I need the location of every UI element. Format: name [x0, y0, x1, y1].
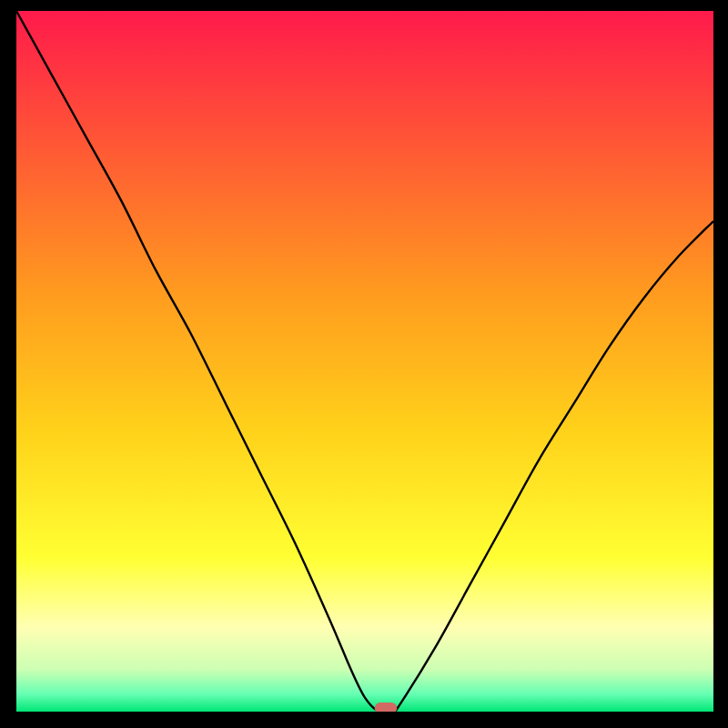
optimal-marker — [375, 703, 398, 712]
bottleneck-chart — [16, 11, 713, 712]
chart-stage: TheBottleneck.com — [0, 0, 728, 728]
plot-background — [16, 11, 713, 712]
